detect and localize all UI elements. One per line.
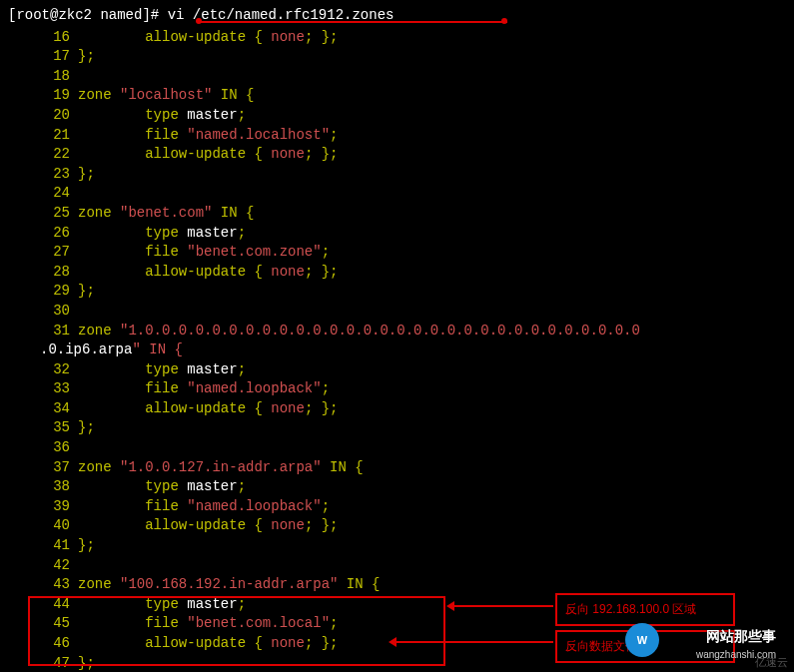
line-number: 21: [8, 126, 78, 146]
code-line: 34 allow-update { none; };: [8, 399, 786, 419]
line-number: 33: [8, 379, 78, 399]
code-line: 26 type master;: [8, 224, 786, 244]
code-text: file "named.loopback";: [78, 379, 330, 399]
line-number: 29: [8, 282, 78, 302]
code-line: 17};: [8, 47, 786, 67]
prompt-prefix: [root@zkc2 named]#: [8, 7, 159, 23]
line-number: 25: [8, 204, 78, 224]
code-line: 38 type master;: [8, 477, 786, 497]
code-text: zone "1.0.0.127.in-addr.arpa" IN {: [78, 458, 364, 478]
arrow-icon: [449, 605, 553, 607]
code-line: 18: [8, 67, 786, 87]
annotation-reverse-zone: 反向 192.168.100.0 区域: [555, 593, 735, 626]
code-line: 43zone "100.168.192.in-addr.arpa" IN {: [8, 575, 786, 595]
code-text: allow-update { none; };: [78, 516, 339, 536]
code-line: 42: [8, 556, 786, 576]
line-number: 40: [8, 516, 78, 536]
code-text: allow-update { none; };: [78, 634, 339, 654]
line-number: 19: [8, 86, 78, 106]
line-number: 17: [8, 47, 78, 67]
code-line: 40 allow-update { none; };: [8, 516, 786, 536]
line-number: 18: [8, 67, 78, 87]
code-text: type master;: [78, 224, 246, 244]
line-number: 34: [8, 399, 78, 419]
annotation-text: 反向 192.168.100.0 区域: [565, 602, 696, 616]
code-text: file "benet.com.zone";: [78, 243, 330, 263]
line-number: 36: [8, 438, 78, 458]
code-text: zone "benet.com" IN {: [78, 204, 254, 224]
code-line: 16 allow-update { none; };: [8, 28, 786, 48]
line-number: 37: [8, 458, 78, 478]
line-number: 38: [8, 477, 78, 497]
code-text: type master;: [78, 477, 246, 497]
code-text: type master;: [78, 360, 246, 380]
code-text: };: [78, 47, 95, 67]
line-number: 28: [8, 263, 78, 283]
code-line: 35};: [8, 418, 786, 438]
code-line: 23};: [8, 165, 786, 185]
code-text: zone "localhost" IN {: [78, 86, 254, 106]
line-number: 24: [8, 184, 78, 204]
code-line: 19zone "localhost" IN {: [8, 86, 786, 106]
arrow-icon: [392, 641, 553, 643]
line-number: 22: [8, 145, 78, 165]
code-line: 41};: [8, 536, 786, 556]
code-line: 27 file "benet.com.zone";: [8, 243, 786, 263]
line-number: 31: [8, 322, 78, 341]
code-text: zone "1.0.0.0.0.0.0.0.0.0.0.0.0.0.0.0.0.…: [78, 322, 640, 341]
code-line: 30: [8, 302, 786, 322]
code-text: .0.ip6.arpa" IN {: [40, 340, 183, 360]
code-text: file "named.localhost";: [78, 126, 338, 146]
line-number: 23: [8, 165, 78, 185]
code-text: };: [78, 165, 95, 185]
code-text: file "benet.com.local";: [78, 614, 338, 634]
command-underline: [198, 21, 507, 23]
watermark-corner: 亿速云: [755, 655, 788, 670]
line-number: 20: [8, 106, 78, 126]
code-text: };: [78, 418, 95, 438]
code-text: allow-update { none; };: [78, 263, 339, 283]
code-line: 36: [8, 438, 786, 458]
code-line: 28 allow-update { none; };: [8, 263, 786, 283]
code-text: allow-update { none; };: [78, 145, 339, 165]
code-line: 20 type master;: [8, 106, 786, 126]
code-line: 39 file "named.loopback";: [8, 497, 786, 517]
shell-prompt: [root@zkc2 named]# vi /etc/named.rfc1912…: [8, 6, 786, 26]
line-number: 44: [8, 595, 78, 615]
code-line-wrap: .0.ip6.arpa" IN {: [8, 340, 786, 360]
line-number: 27: [8, 243, 78, 263]
code-text: allow-update { none; };: [78, 28, 339, 48]
code-text: allow-update { none; };: [78, 399, 339, 419]
line-number: 45: [8, 614, 78, 634]
code-line: 31zone "1.0.0.0.0.0.0.0.0.0.0.0.0.0.0.0.…: [8, 322, 786, 341]
code-text: };: [78, 282, 95, 302]
code-line: 21 file "named.localhost";: [8, 126, 786, 146]
watermark-logo-icon: W: [625, 623, 659, 657]
code-text: file "named.loopback";: [78, 497, 330, 517]
code-text: type master;: [78, 106, 246, 126]
terminal[interactable]: [root@zkc2 named]# vi /etc/named.rfc1912…: [0, 0, 794, 672]
code-line: 37zone "1.0.0.127.in-addr.arpa" IN {: [8, 458, 786, 478]
code-line: 33 file "named.loopback";: [8, 379, 786, 399]
line-number: 35: [8, 418, 78, 438]
line-number: 30: [8, 302, 78, 322]
code-text: type master;: [78, 595, 246, 615]
line-number: 39: [8, 497, 78, 517]
code-line: 22 allow-update { none; };: [8, 145, 786, 165]
line-number: 46: [8, 634, 78, 654]
line-number: 42: [8, 556, 78, 576]
code-line: 25zone "benet.com" IN {: [8, 204, 786, 224]
code-line: 32 type master;: [8, 360, 786, 380]
code-text: };: [78, 654, 95, 672]
underline-dot-icon: [501, 18, 507, 24]
editor-content[interactable]: 16 allow-update { none; };17};1819zone "…: [8, 28, 786, 672]
line-number: 43: [8, 575, 78, 595]
code-line: 29};: [8, 282, 786, 302]
code-text: zone "100.168.192.in-addr.arpa" IN {: [78, 575, 380, 595]
watermark-site-cn: 网站那些事: [706, 628, 776, 646]
code-text: };: [78, 536, 95, 556]
line-number: 26: [8, 224, 78, 244]
line-number: 32: [8, 360, 78, 380]
line-number: 47: [8, 654, 78, 672]
line-number: 16: [8, 28, 78, 48]
